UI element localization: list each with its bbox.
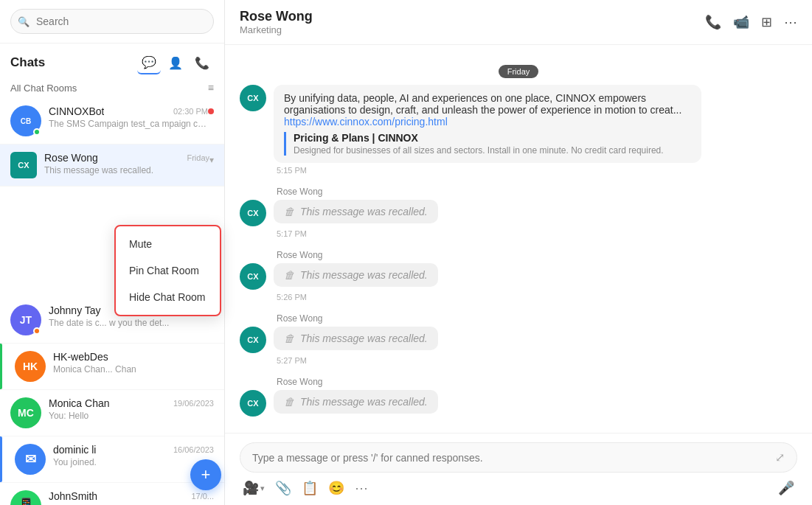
message-sender: Rose Wong	[277, 187, 797, 197]
new-chat-button[interactable]: +	[190, 459, 221, 490]
main-chat-area: Rose Wong Marketing 📞 📹 ⊞ ⋯ Friday CX By…	[225, 0, 812, 505]
chat-time: 02:30 PM	[173, 107, 208, 116]
message-sender: Rose Wong	[277, 313, 797, 324]
chat-preview: You: Hello	[49, 411, 214, 421]
emoji-button[interactable]: 😊	[328, 480, 344, 496]
dropdown-arrow-icon: ▾	[260, 484, 265, 493]
more-options-button[interactable]: ⋯	[784, 14, 797, 30]
input-area: ⤢ 🎥 ▾ 📎 📋 😊 ⋯ 🎤	[225, 433, 812, 505]
avatar: HK	[15, 351, 46, 382]
phone-call-button[interactable]: 📞	[705, 14, 721, 30]
recalled-text: This message was recalled.	[300, 206, 428, 217]
chat-header: Rose Wong Marketing 📞 📹 ⊞ ⋯	[225, 0, 812, 45]
contact-name: Rose Wong	[240, 9, 313, 24]
attach-button[interactable]: 📎	[275, 480, 291, 496]
avatar: CB	[10, 105, 41, 136]
chat-info: JohnSmith 17/0... JohnSmith: hello	[49, 490, 214, 505]
input-row: ⤢	[240, 442, 797, 473]
message-time: 5:27 PM	[277, 356, 797, 365]
chat-name: dominic li	[53, 444, 96, 456]
contact-department: Marketing	[240, 24, 313, 35]
avatar: CX	[240, 390, 266, 417]
chat-info: HK-webDes Monica Chan... Chan	[53, 351, 214, 375]
avatar: CX	[240, 200, 266, 226]
message-time: 5:15 PM	[277, 166, 797, 175]
chat-name: Monica Chan	[49, 397, 110, 409]
link-url[interactable]: https://www.cinnox.com/pricing.html	[284, 116, 448, 128]
tab-phone-icon[interactable]: 📞	[190, 51, 214, 74]
search-icon: 🔍	[18, 16, 30, 27]
avatar: ✉	[15, 444, 46, 475]
message-group: Rose Wong CX 🗑 This message was recalled…	[240, 313, 797, 365]
list-item[interactable]: CX Rose Wong Friday This message was rec…	[0, 144, 224, 187]
chat-info: Rose Wong Friday This message was recall…	[44, 152, 209, 175]
tab-contacts-icon[interactable]: 👤	[164, 51, 187, 74]
context-menu-mute[interactable]: Mute	[116, 231, 220, 257]
link-description: Designed for businesses of all sizes and…	[294, 145, 691, 156]
layout-button[interactable]: ⊞	[761, 14, 772, 30]
list-item[interactable]: HK HK-webDes Monica Chan... Chan	[0, 344, 224, 390]
chat-preview: Monica Chan... Chan	[53, 364, 214, 375]
list-item[interactable]: 📱 JohnSmith 17/0... JohnSmith: hello	[0, 483, 224, 505]
avatar: CX	[240, 263, 266, 290]
chat-preview: The date is c... w you the det...	[49, 318, 214, 328]
recalled-message: 🗑 This message was recalled.	[274, 263, 438, 287]
chat-name: HK-webDes	[53, 351, 108, 363]
chats-tabs: 💬 👤 📞	[137, 51, 214, 74]
link-card: Pricing & Plans | CINNOX Designed for bu…	[284, 132, 691, 156]
list-item[interactable]: MC Monica Chan 19/06/2023 You: Hello	[0, 390, 224, 436]
chat-name: JohnSmith	[49, 490, 97, 502]
message-input[interactable]	[252, 452, 775, 464]
video-call-button[interactable]: 📹	[733, 14, 749, 30]
all-chat-rooms-label: All Chat Rooms	[10, 83, 77, 94]
chat-preview: You joined.	[53, 457, 214, 467]
recalled-message: 🗑 This message was recalled.	[274, 390, 438, 414]
chat-header-left: Rose Wong Marketing	[240, 9, 313, 35]
chat-header-right: 📞 📹 ⊞ ⋯	[705, 14, 797, 30]
recalled-text: This message was recalled.	[300, 269, 428, 281]
list-item[interactable]: CB CINNOXBot 02:30 PM The SMS Campaign t…	[0, 98, 224, 144]
message-row: CX By unifying data, people, AI and expe…	[240, 85, 797, 163]
bubble-wrap: By unifying data, people, AI and experie…	[274, 85, 701, 163]
recalled-text: This message was recalled.	[300, 396, 428, 408]
voice-record-button[interactable]: 🎤	[778, 480, 794, 496]
more-toolbar-button[interactable]: ⋯	[355, 480, 368, 496]
avatar: 📱	[10, 490, 41, 505]
video-icon: 🎥	[243, 480, 259, 496]
message-group: Rose Wong CX 🗑 This message was recalled…	[240, 250, 797, 302]
message-sender: Rose Wong	[277, 250, 797, 260]
trash-icon: 🗑	[284, 332, 294, 344]
message-time: 5:17 PM	[277, 229, 797, 238]
chat-info: Monica Chan 19/06/2023 You: Hello	[49, 397, 214, 421]
tab-chat-icon[interactable]: 💬	[137, 51, 161, 74]
message-row: CX 🗑 This message was recalled.	[240, 390, 797, 417]
message-sender: Rose Wong	[277, 377, 797, 387]
context-menu-hide[interactable]: Hide Chat Room	[116, 284, 220, 310]
chat-name: Rose Wong	[44, 152, 98, 164]
chat-time: 19/06/2023	[173, 399, 214, 408]
trash-icon: 🗑	[284, 396, 294, 408]
chat-info: dominic li 16/06/2023 You joined.	[53, 444, 214, 467]
search-input[interactable]	[10, 9, 214, 34]
chevron-down-icon[interactable]: ▾	[209, 155, 214, 165]
chat-list: CB CINNOXBot 02:30 PM The SMS Campaign t…	[0, 98, 224, 505]
active-bar	[0, 344, 2, 389]
recalled-text: This message was recalled.	[300, 332, 428, 344]
trash-icon: 🗑	[284, 269, 294, 281]
active-bar	[0, 436, 2, 482]
messages-area: Friday CX By unifying data, people, AI a…	[225, 45, 812, 433]
notes-button[interactable]: 📋	[302, 480, 318, 496]
context-menu-pin[interactable]: Pin Chat Room	[116, 257, 220, 284]
avatar: CX	[240, 327, 266, 353]
chats-title: Chats	[10, 55, 45, 70]
video-record-button[interactable]: 🎥 ▾	[243, 480, 265, 496]
message-bubble: By unifying data, people, AI and experie…	[274, 85, 701, 163]
message-row: CX 🗑 This message was recalled.	[240, 200, 797, 226]
avatar: MC	[10, 397, 41, 428]
expand-button[interactable]: ⤢	[775, 450, 785, 464]
recalled-message: 🗑 This message was recalled.	[274, 200, 438, 223]
search-bar: 🔍	[0, 0, 224, 43]
chat-name: Johnny Tay	[49, 304, 101, 316]
filter-icon[interactable]: ≡	[208, 82, 214, 94]
link-title: Pricing & Plans | CINNOX	[294, 132, 691, 144]
